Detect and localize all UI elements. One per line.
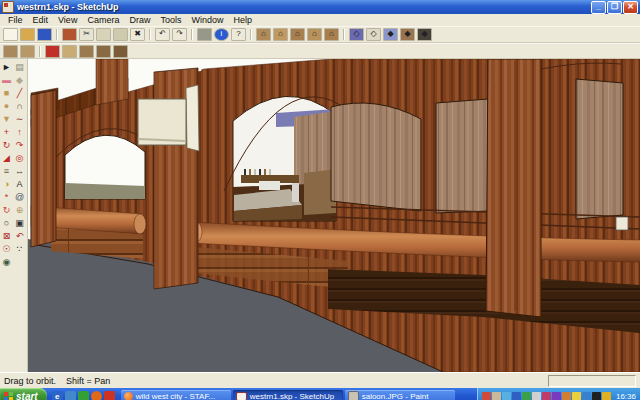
taskbar-task-sketchup[interactable]: westrn1.skp - SketchUp: [233, 390, 343, 400]
move-tool[interactable]: +: [0, 126, 13, 139]
style-shaded-icon[interactable]: ◆: [383, 28, 398, 41]
open-icon[interactable]: [20, 28, 35, 41]
tray-icon-10[interactable]: [572, 392, 581, 400]
quicklaunch-ie-icon[interactable]: e: [52, 391, 63, 400]
look-around-tool[interactable]: ◉: [0, 256, 13, 269]
undo-icon[interactable]: ↶: [155, 28, 170, 41]
quicklaunch-icon-3[interactable]: [78, 391, 89, 400]
axes-tool[interactable]: *: [0, 191, 13, 204]
measurements-box[interactable]: [548, 375, 636, 387]
tray-icon-9[interactable]: [562, 392, 571, 400]
menu-edit[interactable]: Edit: [28, 15, 54, 25]
walk-tool[interactable]: ∵: [13, 243, 26, 256]
quicklaunch-icon-2[interactable]: [65, 391, 76, 400]
make-component-icon[interactable]: [62, 28, 77, 41]
zoom-extents-tool[interactable]: ⊠: [0, 230, 13, 243]
tray-icon-5[interactable]: [522, 392, 531, 400]
start-button[interactable]: start: [0, 388, 47, 400]
cut-icon[interactable]: ✂: [79, 28, 94, 41]
make-component-tool[interactable]: ▤: [13, 61, 26, 74]
toolbar-separator: [149, 29, 151, 40]
offset-tool[interactable]: ◎: [13, 152, 26, 165]
restore-button[interactable]: ❐: [607, 1, 622, 14]
style-wireframe-icon[interactable]: ◇: [349, 28, 364, 41]
tb2-icon-4[interactable]: [62, 45, 77, 58]
print-icon[interactable]: [197, 28, 212, 41]
tray-icon-7[interactable]: [542, 392, 551, 400]
copy-icon[interactable]: [96, 28, 111, 41]
tray-icon-3[interactable]: [502, 392, 511, 400]
menu-view[interactable]: View: [53, 15, 82, 25]
protractor-tool[interactable]: ◑: [0, 178, 13, 191]
follow-me-tool[interactable]: ↷: [13, 139, 26, 152]
polygon-tool[interactable]: ▼: [0, 113, 13, 126]
erase-icon[interactable]: ✖: [130, 28, 145, 41]
tb2-icon-2[interactable]: [20, 45, 35, 58]
rectangle-tool[interactable]: ■: [0, 87, 13, 100]
tray-icon-6[interactable]: [532, 392, 541, 400]
tb2-icon-1[interactable]: [3, 45, 18, 58]
orbit-tool[interactable]: ↻: [0, 204, 13, 217]
style-monochrome-icon[interactable]: ◆: [417, 28, 432, 41]
text-tool[interactable]: A: [13, 178, 26, 191]
quick-launch: e: [47, 391, 120, 400]
toolbar-standard: ✂ ✖ ↶ ↷ i ? ⌂ ⌂ ⌂ ⌂ ⌂ ◇ ◇ ◆ ◆ ◆: [0, 26, 640, 43]
eraser-tool[interactable]: ▬: [0, 74, 13, 87]
tb2-icon-5[interactable]: [79, 45, 94, 58]
menu-file[interactable]: File: [3, 15, 28, 25]
zoom-tool[interactable]: ○: [0, 217, 13, 230]
freehand-tool[interactable]: ∼: [13, 113, 26, 126]
rotate-tool[interactable]: ↻: [0, 139, 13, 152]
tray-icon-4[interactable]: [512, 392, 521, 400]
new-icon[interactable]: [3, 28, 18, 41]
previous-tool[interactable]: ↶: [13, 230, 26, 243]
push-pull-tool[interactable]: ↑: [13, 126, 26, 139]
position-camera-tool[interactable]: ☉: [0, 243, 13, 256]
tray-icon-12[interactable]: [592, 392, 601, 400]
paste-icon[interactable]: [113, 28, 128, 41]
paint-bucket-tool[interactable]: ◆: [13, 74, 26, 87]
pan-tool[interactable]: ⊕: [13, 204, 26, 217]
menu-tools[interactable]: Tools: [155, 15, 186, 25]
redo-icon[interactable]: ↷: [172, 28, 187, 41]
tb2-icon-6[interactable]: [96, 45, 111, 58]
tb2-icon-3[interactable]: [45, 45, 60, 58]
tape-measure-tool[interactable]: ≡: [0, 165, 13, 178]
tb2-icon-7[interactable]: [113, 45, 128, 58]
taskbar-task-paint[interactable]: saloon.JPG - Paint: [345, 390, 455, 400]
view-front-icon[interactable]: ⌂: [290, 28, 305, 41]
arc-tool[interactable]: ∩: [13, 100, 26, 113]
scale-tool[interactable]: ◢: [0, 152, 13, 165]
quicklaunch-firefox-icon[interactable]: [91, 391, 102, 400]
tray-icon-11[interactable]: [582, 392, 591, 400]
tray-icon-1[interactable]: [482, 392, 491, 400]
taskbar-task-browser[interactable]: wild west city - STAF...: [121, 390, 231, 400]
model-info-icon[interactable]: i: [214, 28, 229, 41]
menu-camera[interactable]: Camera: [82, 15, 124, 25]
zoom-window-tool[interactable]: ▣: [13, 217, 26, 230]
menu-window[interactable]: Window: [186, 15, 228, 25]
style-textured-icon[interactable]: ◆: [400, 28, 415, 41]
select-tool[interactable]: ►: [0, 61, 13, 74]
model-viewport[interactable]: [28, 59, 640, 372]
menu-draw[interactable]: Draw: [124, 15, 155, 25]
menu-help[interactable]: Help: [228, 15, 257, 25]
line-tool[interactable]: ╱: [13, 87, 26, 100]
quicklaunch-icon-5[interactable]: [104, 391, 115, 400]
save-icon[interactable]: [37, 28, 52, 41]
view-right-icon[interactable]: ⌂: [307, 28, 322, 41]
style-hidden-line-icon[interactable]: ◇: [366, 28, 381, 41]
circle-tool[interactable]: ●: [0, 100, 13, 113]
view-back-icon[interactable]: ⌂: [324, 28, 339, 41]
close-button[interactable]: ✕: [623, 1, 638, 14]
view-iso-icon[interactable]: ⌂: [256, 28, 271, 41]
tray-icon-2[interactable]: [492, 392, 501, 400]
dimension-tool[interactable]: ↔: [13, 165, 26, 178]
3d-text-tool[interactable]: @: [13, 191, 26, 204]
paint-icon: [348, 391, 359, 400]
view-top-icon[interactable]: ⌂: [273, 28, 288, 41]
minimize-button[interactable]: _: [591, 1, 606, 14]
tray-icon-8[interactable]: [552, 392, 561, 400]
help-icon[interactable]: ?: [231, 28, 246, 41]
tray-icon-13[interactable]: [602, 392, 611, 400]
